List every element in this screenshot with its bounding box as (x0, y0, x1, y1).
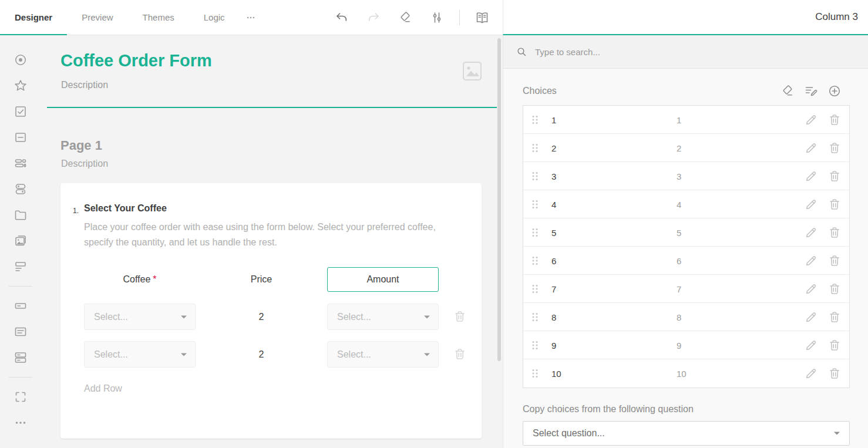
choice-text[interactable]: 5 (677, 227, 681, 237)
delete-choice-button[interactable] (827, 338, 842, 352)
question-title[interactable]: Select Your Coffee (84, 203, 167, 214)
tab-themes[interactable]: Themes (128, 0, 189, 35)
remove-row-button[interactable] (453, 347, 467, 361)
choice-text[interactable]: 7 (677, 284, 681, 294)
toolbox-item-dropdown[interactable] (14, 130, 28, 144)
delete-choice-button[interactable] (827, 254, 842, 268)
remove-row-button[interactable] (453, 309, 467, 324)
edit-choice-button[interactable] (804, 338, 818, 352)
toolbox-item-boolean[interactable] (14, 182, 28, 196)
toolbox-item-text[interactable] (14, 299, 28, 313)
toggle-panel-button[interactable] (475, 11, 489, 25)
choice-text[interactable]: 4 (677, 199, 681, 209)
edit-choice-button[interactable] (804, 310, 818, 324)
drag-handle-icon[interactable] (530, 227, 540, 238)
add-row-button[interactable]: Add Row (84, 383, 122, 394)
undo-button[interactable] (335, 11, 349, 25)
clear-survey-button[interactable] (398, 11, 412, 25)
choice-value[interactable]: 7 (551, 284, 556, 294)
tab-logic[interactable]: Logic (189, 0, 240, 35)
batch-edit-choices-button[interactable] (804, 84, 818, 98)
edit-choice-button[interactable] (804, 225, 818, 240)
amount-select[interactable]: Select... (327, 341, 439, 368)
edit-choice-button[interactable] (804, 197, 818, 211)
delete-choice-button[interactable] (827, 282, 842, 296)
toolbox-item-matrix[interactable] (14, 260, 28, 274)
tab-designer[interactable]: Designer (0, 0, 67, 35)
choice-value[interactable]: 10 (551, 369, 561, 379)
choice-value[interactable]: 4 (551, 199, 556, 209)
coffee-select[interactable]: Select... (84, 341, 196, 368)
toolbox-item-file[interactable] (14, 208, 28, 222)
page-title[interactable]: Page 1 (60, 138, 102, 153)
delete-choice-button[interactable] (827, 366, 842, 380)
select-placeholder: Select... (94, 349, 128, 360)
drag-handle-icon[interactable] (530, 199, 540, 210)
clear-choices-button[interactable] (780, 84, 795, 98)
edit-choice-button[interactable] (804, 169, 818, 183)
drag-handle-icon[interactable] (530, 340, 540, 351)
page-description[interactable]: Description (61, 159, 108, 169)
add-choice-button[interactable] (827, 84, 842, 98)
edit-choice-button[interactable] (804, 113, 818, 127)
search-input[interactable] (535, 47, 868, 57)
drag-handle-icon[interactable] (530, 368, 540, 379)
delete-choice-button[interactable] (827, 197, 842, 211)
delete-choice-button[interactable] (827, 225, 842, 240)
question-card[interactable]: 1. Select Your Coffee Place your coffee … (60, 183, 482, 439)
tabs-more-button[interactable] (240, 0, 262, 35)
choice-value[interactable]: 6 (551, 255, 556, 265)
choice-text[interactable]: 9 (677, 340, 681, 350)
drag-handle-icon[interactable] (530, 312, 540, 322)
coffee-select[interactable]: Select... (84, 304, 196, 330)
delete-choice-button[interactable] (827, 310, 842, 324)
question-description[interactable]: Place your coffee order with ease using … (84, 220, 463, 250)
drag-handle-icon[interactable] (530, 143, 540, 153)
drag-handle-icon[interactable] (530, 284, 540, 294)
column-header-price[interactable]: Price (196, 267, 327, 292)
choice-text[interactable]: 2 (677, 143, 681, 153)
scrollbar-thumb[interactable] (497, 38, 501, 361)
tab-preview[interactable]: Preview (67, 0, 127, 35)
choice-value[interactable]: 2 (551, 143, 556, 153)
edit-choice-button[interactable] (804, 141, 818, 155)
form-logo-placeholder-icon[interactable] (462, 61, 482, 81)
delete-choice-button[interactable] (827, 169, 842, 183)
choice-text[interactable]: 6 (677, 255, 681, 265)
choice-value[interactable]: 8 (551, 312, 556, 322)
column-header-amount-selected[interactable]: Amount (327, 267, 439, 292)
toolbox-item-rating[interactable] (14, 79, 28, 93)
choice-text[interactable]: 3 (677, 171, 681, 181)
form-description[interactable]: Description (61, 80, 108, 90)
copy-choices-select[interactable]: Select question... (523, 421, 850, 446)
form-title[interactable]: Coffee Order Form (60, 51, 212, 70)
amount-select[interactable]: Select... (327, 304, 439, 330)
choice-text[interactable]: 8 (677, 312, 681, 322)
toolbox-item-radiogroup[interactable] (14, 53, 28, 67)
toolbox-item-image-picker[interactable] (14, 234, 28, 248)
drag-handle-icon[interactable] (530, 114, 540, 125)
choices-header: Choices (523, 82, 850, 100)
choice-value[interactable]: 5 (551, 227, 556, 237)
choice-value[interactable]: 3 (551, 171, 556, 181)
edit-choice-button[interactable] (804, 254, 818, 268)
choice-value[interactable]: 9 (551, 340, 556, 350)
choice-text[interactable]: 10 (677, 369, 687, 379)
column-header-coffee[interactable]: Coffee* (84, 267, 196, 292)
toolbox-item-multiple-text[interactable] (14, 351, 28, 365)
settings-button[interactable] (430, 11, 444, 25)
delete-choice-button[interactable] (827, 141, 842, 155)
toolbox-more-button[interactable] (14, 416, 28, 430)
toolbox-item-multi-dropdown[interactable] (14, 156, 28, 170)
edit-choice-button[interactable] (804, 282, 818, 296)
choice-text[interactable]: 1 (677, 114, 681, 124)
toolbox-item-comment[interactable] (14, 325, 28, 339)
drag-handle-icon[interactable] (530, 255, 540, 266)
delete-choice-button[interactable] (827, 113, 842, 127)
drag-handle-icon[interactable] (530, 171, 540, 181)
edit-choice-button[interactable] (804, 366, 818, 380)
redo-button[interactable] (366, 11, 381, 25)
toolbox-expand-button[interactable] (14, 390, 28, 404)
choice-value[interactable]: 1 (551, 114, 556, 124)
toolbox-item-checkboxes[interactable] (14, 105, 28, 119)
